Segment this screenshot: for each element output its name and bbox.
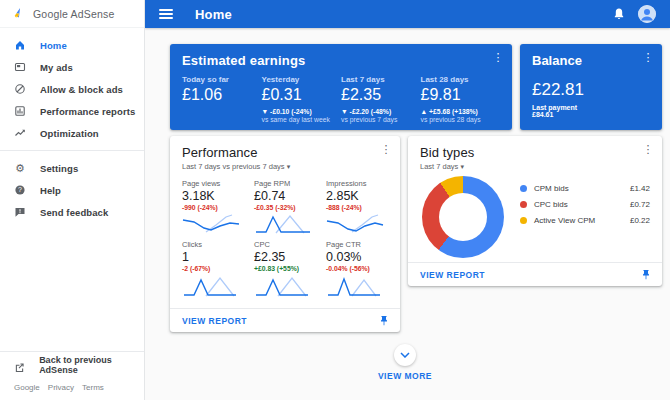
- legend-value: £0.72: [630, 200, 650, 209]
- trending-up-icon: [14, 127, 26, 139]
- footer-link-terms[interactable]: Terms: [82, 383, 104, 392]
- metric-change: -£0.35 (-32%): [254, 204, 316, 211]
- sidebar-divider: [0, 150, 144, 151]
- earnings-value: £1.06: [182, 86, 262, 104]
- performance-footer: VIEW REPORT: [170, 308, 400, 332]
- home-icon: [14, 39, 26, 51]
- legend-label: CPC bids: [534, 200, 568, 209]
- footer-link-privacy[interactable]: Privacy: [48, 383, 74, 392]
- metric-label: Page CTR: [326, 240, 388, 249]
- kebab-menu-icon[interactable]: ⋮: [642, 52, 654, 63]
- performance-metrics: Page views 3.18K -990 (-24%) Page RPM £0…: [182, 179, 388, 297]
- kebab-menu-icon[interactable]: ⋮: [642, 144, 654, 155]
- svg-text:?: ?: [18, 186, 22, 193]
- view-report-link[interactable]: VIEW REPORT: [182, 316, 247, 326]
- view-more-label[interactable]: VIEW MORE: [345, 371, 465, 381]
- estimated-earnings-card: Estimated earnings ⋮ Today so far £1.06 …: [170, 44, 512, 130]
- sidebar-item-label: Allow & block ads: [40, 84, 123, 95]
- sparkline-chart: [182, 275, 240, 297]
- view-more-button[interactable]: [394, 344, 416, 366]
- chevron-down-icon: ▾: [287, 163, 291, 170]
- legend-label: CPM bids: [534, 184, 569, 193]
- metric-value: 2.85K: [326, 189, 388, 203]
- earnings-col-last-7-days: Last 7 days £2.35 ▼ -£2.20 (-48%) vs pre…: [341, 75, 421, 123]
- help-icon: ?: [14, 184, 26, 196]
- earnings-label: Today so far: [182, 75, 262, 84]
- sparkline-chart: [326, 214, 384, 234]
- metric-change: -990 (-24%): [182, 204, 244, 211]
- metric-page-views: Page views 3.18K -990 (-24%): [182, 179, 244, 234]
- sidebar-item-send-feedback[interactable]: Send feedback: [0, 201, 144, 223]
- legend-dot: [520, 217, 527, 224]
- sidebar-item-label: Home: [40, 40, 67, 51]
- adsense-logo-icon: [13, 7, 26, 20]
- card-title: Estimated earnings: [182, 53, 500, 68]
- legend-item-cpc-bids: CPC bids £0.72: [520, 196, 650, 212]
- my-ads-icon: [14, 61, 26, 73]
- bid-types-donut: [422, 176, 504, 258]
- page-title: Home: [195, 7, 232, 22]
- sparkline-chart: [182, 214, 240, 234]
- sidebar-item-my-ads[interactable]: My ads: [0, 56, 144, 78]
- earnings-value: £2.35: [341, 86, 421, 104]
- sidebar-item-performance-reports[interactable]: Performance reports: [0, 100, 144, 122]
- earnings-change: ▼ -£0.10 (-24%): [262, 108, 342, 115]
- metric-impressions: Impressions 2.85K -888 (-24%): [326, 179, 388, 234]
- view-report-link[interactable]: VIEW REPORT: [420, 270, 485, 280]
- metric-label: Page RPM: [254, 179, 316, 188]
- pin-icon[interactable]: [378, 315, 390, 327]
- notifications-bell-icon[interactable]: [612, 7, 626, 21]
- sparkline-chart: [254, 275, 312, 297]
- sidebar-item-label: My ads: [40, 62, 73, 73]
- sparkline-chart: [254, 214, 312, 234]
- legend-dot: [520, 201, 527, 208]
- kebab-menu-icon[interactable]: ⋮: [380, 144, 392, 155]
- earnings-col-today: Today so far £1.06: [182, 75, 262, 123]
- earnings-columns: Today so far £1.06 Yesterday £0.31 ▼ -£0…: [182, 75, 500, 123]
- legend-label: Active View CPM: [534, 216, 595, 225]
- metric-label: Impressions: [326, 179, 388, 188]
- block-icon: [14, 83, 26, 95]
- back-to-previous-adsense-link[interactable]: Back to previous AdSense: [0, 351, 144, 377]
- topbar-actions: [612, 5, 656, 23]
- legend-value: £1.42: [630, 184, 650, 193]
- chevron-down-icon: ▾: [460, 163, 464, 170]
- footer-link-google[interactable]: Google: [14, 383, 40, 392]
- sidebar-item-home[interactable]: Home: [0, 34, 144, 56]
- sidebar-item-settings[interactable]: ⚙ Settings: [0, 157, 144, 179]
- earnings-change: ▼ -£2.20 (-48%): [341, 108, 421, 115]
- sidebar-item-label: Performance reports: [40, 106, 135, 117]
- last-payment-value: £84.61: [532, 111, 650, 118]
- sidebar-item-label: Send feedback: [40, 207, 108, 218]
- sidebar: Google AdSense Home My ads Allow & block…: [0, 0, 145, 400]
- bar-chart-icon: [14, 105, 26, 117]
- legend-item-cpm-bids: CPM bids £1.42: [520, 180, 650, 196]
- date-range-selector[interactable]: Last 7 days ▾: [420, 162, 650, 171]
- pin-icon[interactable]: [640, 269, 652, 281]
- sidebar-item-optimization[interactable]: Optimization: [0, 122, 144, 144]
- account-avatar[interactable]: [638, 5, 656, 23]
- sidebar-item-allow-block-ads[interactable]: Allow & block ads: [0, 78, 144, 100]
- earnings-change: ▲ +£5.68 (+138%): [421, 108, 501, 115]
- kebab-menu-icon[interactable]: ⋮: [492, 52, 504, 63]
- metric-value: £2.35: [254, 250, 316, 264]
- menu-icon[interactable]: [159, 9, 173, 19]
- sidebar-bottom: Back to previous AdSense Google Privacy …: [0, 351, 144, 400]
- earnings-value: £9.81: [421, 86, 501, 104]
- metric-clicks: Clicks 1 -2 (-67%): [182, 240, 244, 297]
- sparkline-chart: [326, 275, 384, 297]
- earnings-compare: vs previous 28 days: [421, 116, 501, 123]
- earnings-col-yesterday: Yesterday £0.31 ▼ -£0.10 (-24%) vs same …: [262, 75, 342, 123]
- sidebar-item-label: Settings: [40, 163, 78, 174]
- sidebar-footer: Google Privacy Terms: [0, 377, 144, 400]
- earnings-compare: vs previous 7 days: [341, 116, 421, 123]
- date-range-selector[interactable]: Last 7 days vs previous 7 days ▾: [182, 162, 388, 171]
- earnings-value: £0.31: [262, 86, 342, 104]
- bid-types-legend: CPM bids £1.42 CPC bids £0.72 Active Vie…: [520, 180, 650, 228]
- metric-change: +£0.83 (+55%): [254, 265, 316, 272]
- open-in-new-icon: [14, 359, 25, 371]
- card-title: Bid types: [420, 145, 650, 160]
- earnings-compare: vs same day last week: [262, 116, 342, 123]
- sidebar-item-help[interactable]: ? Help: [0, 179, 144, 201]
- legend-item-active-view-cpm: Active View CPM £0.22: [520, 212, 650, 228]
